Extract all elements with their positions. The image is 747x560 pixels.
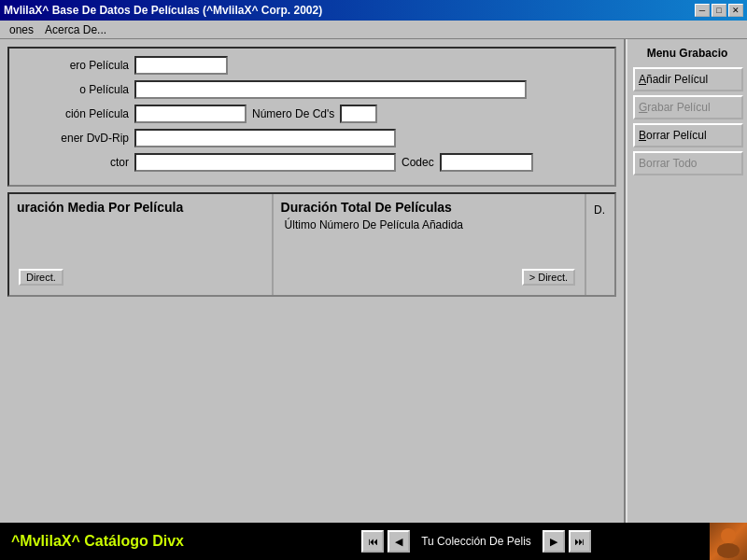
svg-point-1 bbox=[717, 543, 740, 558]
duracion-label: ción Película bbox=[17, 107, 129, 120]
menu-grabacion-title: Menu Grabacio bbox=[633, 47, 741, 60]
duracion-row: ción Película Número De Cd's bbox=[17, 105, 607, 123]
close-button[interactable]: ✕ bbox=[728, 4, 743, 17]
borrar-todo-button[interactable]: Borrar Todo bbox=[633, 151, 743, 175]
dvdrip-input[interactable] bbox=[134, 129, 396, 147]
avatar bbox=[710, 523, 747, 560]
dvdrip-row: ener DvD-Rip bbox=[17, 129, 607, 147]
anadir-pelicula-button[interactable]: Añadir Películ bbox=[633, 67, 743, 91]
d-label: D. bbox=[594, 203, 607, 217]
ultimo-label: Último Número De Película Añadida bbox=[281, 215, 577, 235]
duracion-input[interactable] bbox=[134, 105, 247, 123]
numero-input[interactable] bbox=[134, 56, 228, 75]
last-button[interactable]: ⏭ bbox=[569, 530, 591, 553]
right-panel: Menu Grabacio Añadir Películ Grabar Pelí… bbox=[626, 39, 747, 523]
duracion-media-cell: uración Media Por Película Direct. bbox=[9, 194, 274, 295]
titulo-input[interactable] bbox=[134, 80, 527, 99]
codec-label: Codec bbox=[402, 156, 434, 169]
duracion-total-cell: Duración Total De Películas Último Númer… bbox=[274, 194, 586, 295]
numero-label: ero Película bbox=[17, 59, 129, 72]
title-bar-buttons: ─ □ ✕ bbox=[695, 4, 743, 17]
codec-input[interactable] bbox=[440, 153, 533, 172]
first-button[interactable]: ⏮ bbox=[361, 530, 384, 553]
svg-point-0 bbox=[721, 528, 736, 543]
form-section: ero Película o Película ción Película Nú… bbox=[7, 47, 616, 187]
dvdrip-label: ener DvD-Rip bbox=[17, 132, 129, 145]
title-bar-text: MvlilaX^ Base De Datos De Películas (^Mv… bbox=[4, 4, 322, 17]
title-bar: MvlilaX^ Base De Datos De Películas (^Mv… bbox=[0, 0, 747, 21]
menu-item-acerca[interactable]: Acerca De... bbox=[39, 21, 112, 38]
numero-row: ero Película bbox=[17, 56, 607, 75]
prev-button[interactable]: ◀ bbox=[388, 530, 410, 553]
titulo-row: o Película bbox=[17, 80, 607, 99]
d-cell: D. bbox=[586, 194, 614, 295]
maximize-button[interactable]: □ bbox=[712, 4, 726, 17]
director-row: ctor Codec bbox=[17, 153, 607, 172]
minimize-button[interactable]: ─ bbox=[695, 4, 710, 17]
left-panel: ero Película o Película ción Película Nú… bbox=[0, 39, 626, 523]
direct-left-button[interactable]: Direct. bbox=[19, 269, 63, 286]
next-button[interactable]: ▶ bbox=[543, 530, 565, 553]
borrar-pelicula-button[interactable]: Borrar Películ bbox=[633, 123, 743, 147]
player-label: Tu Colección De Pelis bbox=[414, 535, 539, 548]
bottom-bar: ^MvlilaX^ Catálogo Divx ⏮ ◀ Tu Colección… bbox=[0, 523, 747, 560]
menu-bar: ones Acerca De... bbox=[0, 21, 747, 39]
titulo-label: o Película bbox=[17, 83, 129, 96]
ncds-label: Número De Cd's bbox=[252, 107, 334, 120]
bottom-title: ^MvlilaX^ Catálogo Divx bbox=[0, 533, 243, 550]
bottom-player: ⏮ ◀ Tu Colección De Pelis ▶ ⏭ bbox=[243, 530, 710, 553]
ncds-input[interactable] bbox=[340, 105, 377, 123]
duracion-total-content: Último Número De Película Añadida > Dire… bbox=[281, 215, 577, 289]
duracion-media-title: uración Media Por Película bbox=[17, 200, 264, 215]
grabar-pelicula-button[interactable]: Grabar Películ bbox=[633, 95, 743, 119]
stats-section: uración Media Por Película Direct. Durac… bbox=[7, 192, 616, 297]
director-input[interactable] bbox=[134, 153, 396, 172]
direct-right-button[interactable]: > Direct. bbox=[522, 269, 575, 286]
director-label: ctor bbox=[17, 156, 129, 169]
duracion-total-title: Duración Total De Películas bbox=[281, 200, 577, 215]
duracion-media-content: Direct. bbox=[17, 215, 264, 289]
menu-item-opciones[interactable]: ones bbox=[4, 21, 39, 38]
